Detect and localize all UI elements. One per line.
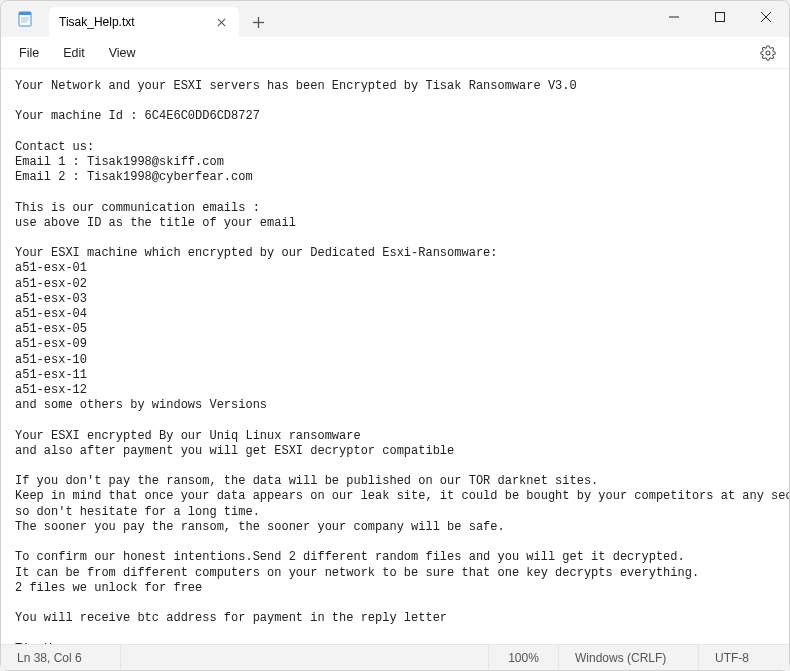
status-cursor-position[interactable]: Ln 38, Col 6 <box>1 645 121 670</box>
close-icon <box>217 18 226 27</box>
text-line: To confirm our honest intentions.Send 2 … <box>15 550 685 564</box>
text-line: Your ESXI machine which encrypted by our… <box>15 246 497 260</box>
svg-point-13 <box>766 51 770 55</box>
text-line: You will receive btc address for payment… <box>15 611 447 625</box>
menu-edit[interactable]: Edit <box>51 42 97 64</box>
plus-icon <box>253 17 264 28</box>
text-line: Email 2 : Tisak1998@cyberfear.com <box>15 170 253 184</box>
text-line: Tisak <box>15 642 51 644</box>
menubar: File Edit View <box>1 37 789 69</box>
text-line: use above ID as the title of your email <box>15 216 296 230</box>
text-line: a51-esx-02 <box>15 277 87 291</box>
minimize-button[interactable] <box>651 1 697 33</box>
tab-active[interactable]: Tisak_Help.txt <box>49 7 239 37</box>
status-zoom[interactable]: 100% <box>489 645 559 670</box>
svg-rect-10 <box>716 13 725 22</box>
text-line: a51-esx-04 <box>15 307 87 321</box>
tab-close-button[interactable] <box>213 14 229 30</box>
text-line: and also after payment you will get ESXI… <box>15 444 454 458</box>
text-line: The sooner you pay the ransom, the soone… <box>15 520 505 534</box>
text-line: 2 files we unlock for free <box>15 581 202 595</box>
menu-view[interactable]: View <box>97 42 148 64</box>
text-line: a51-esx-12 <box>15 383 87 397</box>
text-line: If you don't pay the ransom, the data wi… <box>15 474 598 488</box>
text-line: a51-esx-05 <box>15 322 87 336</box>
window-controls <box>651 1 789 37</box>
settings-button[interactable] <box>753 38 783 68</box>
notepad-icon <box>17 11 33 27</box>
text-line: Email 1 : Tisak1998@skiff.com <box>15 155 224 169</box>
notepad-window: Tisak_Help.txt File Edit View <box>0 0 790 671</box>
tab-title: Tisak_Help.txt <box>59 15 135 29</box>
text-line: a51-esx-01 <box>15 261 87 275</box>
status-encoding[interactable]: UTF-8 <box>699 645 789 670</box>
text-line: a51-esx-11 <box>15 368 87 382</box>
text-line: Your ESXI encrypted By our Uniq Linux ra… <box>15 429 361 443</box>
status-line-ending[interactable]: Windows (CRLF) <box>559 645 699 670</box>
maximize-button[interactable] <box>697 1 743 33</box>
titlebar: Tisak_Help.txt <box>1 1 789 37</box>
text-line: Contact us: <box>15 140 94 154</box>
text-line: Your Network and your ESXI servers has b… <box>15 79 577 93</box>
text-line: a51-esx-10 <box>15 353 87 367</box>
app-icon <box>1 1 49 37</box>
text-line: Your machine Id : 6C4E6C0DD6CD8727 <box>15 109 260 123</box>
gear-icon <box>760 45 776 61</box>
text-line: so don't hesitate for a long time. <box>15 505 260 519</box>
text-line: Keep in mind that once your data appears… <box>15 489 789 503</box>
menu-file[interactable]: File <box>7 42 51 64</box>
text-line: a51-esx-09 <box>15 337 87 351</box>
text-editor-area[interactable]: Your Network and your ESXI servers has b… <box>1 69 789 644</box>
text-line: It can be from different computers on yo… <box>15 566 699 580</box>
statusbar: Ln 38, Col 6 100% Windows (CRLF) UTF-8 <box>1 644 789 670</box>
new-tab-button[interactable] <box>243 7 273 37</box>
text-caret <box>50 643 51 644</box>
close-window-button[interactable] <box>743 1 789 33</box>
text-line: a51-esx-03 <box>15 292 87 306</box>
text-line: and some others by windows Versions <box>15 398 267 412</box>
close-icon <box>761 12 771 22</box>
svg-rect-1 <box>19 12 31 15</box>
text-line: This is our communication emails : <box>15 201 260 215</box>
minimize-icon <box>669 12 679 22</box>
maximize-icon <box>715 12 725 22</box>
tab-strip: Tisak_Help.txt <box>49 1 651 37</box>
